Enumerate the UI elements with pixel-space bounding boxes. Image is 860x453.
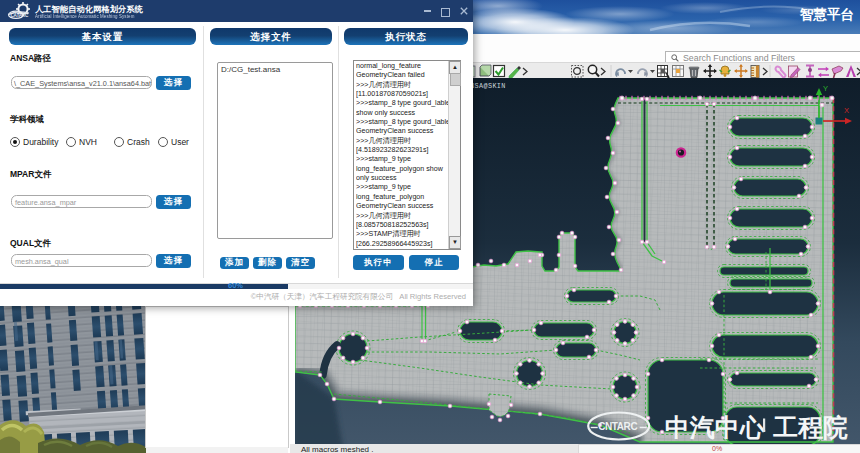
svg-text:Y: Y <box>823 84 828 93</box>
svg-text:中汽中心: 中汽中心 <box>665 414 766 441</box>
svg-text:NSA@SKIN: NSA@SKIN <box>470 82 506 90</box>
svg-text:CATARC: CATARC <box>11 12 29 17</box>
svg-text:CNTARC: CNTARC <box>598 421 637 432</box>
svg-text:工程院: 工程院 <box>773 414 848 441</box>
svg-text:X: X <box>844 106 849 115</box>
